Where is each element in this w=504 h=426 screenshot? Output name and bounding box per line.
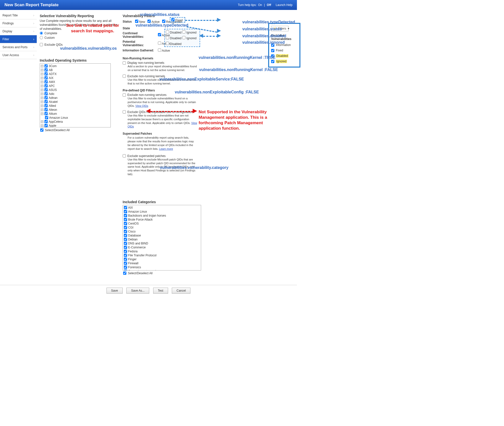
top-bar: New Scan Report Template Turn help tips:…	[0, 0, 297, 10]
expand-icon[interactable]: +	[41, 69, 43, 71]
category-item[interactable]: Fedora	[123, 249, 200, 253]
category-item[interactable]: File Transfer Protocol	[123, 253, 200, 257]
category-item[interactable]: CGI	[123, 226, 200, 230]
os-item[interactable]: + APC	[40, 84, 110, 88]
category-item[interactable]: CentOS	[123, 222, 200, 226]
sidenav-item-user-access[interactable]: User Access›	[0, 51, 37, 59]
category-item[interactable]: Cisco	[123, 230, 200, 233]
expand-icon[interactable]: +	[41, 89, 43, 91]
expand-icon[interactable]: +	[41, 65, 43, 67]
excluded-vulns-panel: ⚡ Filters ▾ Excluded Vulnerabilities Inf…	[268, 23, 300, 68]
test-button[interactable]: Test	[153, 288, 168, 294]
status-active[interactable]: Active	[147, 20, 159, 24]
panel-title: Excluded Vulnerabilities	[271, 34, 297, 41]
os-select-all[interactable]: Select/Deselect All	[40, 127, 119, 132]
os-item[interactable]: + Allied	[40, 104, 110, 108]
launch-help-link[interactable]: Launch Help	[276, 3, 292, 7]
expand-icon[interactable]: +	[41, 113, 43, 115]
sidenav-item-report-title[interactable]: Report Title›	[0, 11, 37, 19]
category-item[interactable]: AIX	[123, 206, 200, 210]
expand-icon[interactable]: +	[41, 105, 43, 107]
save-as-button[interactable]: Save As...	[126, 288, 149, 294]
os-item[interactable]: + ADTX	[40, 72, 110, 76]
status-new[interactable]: New	[135, 20, 145, 24]
status-reopened[interactable]: Re-Opened	[162, 20, 181, 24]
status-label: Status	[123, 20, 133, 23]
qid-services[interactable]: Exclude non-running services	[123, 93, 294, 97]
category-item[interactable]: Amazon Linux	[123, 210, 200, 214]
expand-icon[interactable]: +	[41, 81, 43, 83]
os-item[interactable]: + Alcatel	[40, 100, 110, 104]
selective-title: Selective Vulnerability Reporting	[40, 14, 119, 18]
category-item[interactable]: Brute Force Attack	[123, 218, 200, 222]
expand-icon[interactable]: +	[41, 93, 43, 95]
category-item[interactable]: Forensics	[123, 265, 200, 269]
help-tips-label: Turn help tips:	[238, 3, 257, 7]
page-title: New Scan Report Template	[4, 2, 59, 7]
help-tips-off[interactable]: Off	[267, 3, 271, 7]
os-item[interactable]: + ASUS	[40, 88, 110, 92]
expand-icon[interactable]: +	[41, 85, 43, 87]
os-item[interactable]: + AIX	[40, 76, 110, 80]
view-qids-1[interactable]: View QIDs	[135, 104, 148, 107]
os-item[interactable]: + AMX	[40, 80, 110, 84]
expand-icon[interactable]: +	[41, 120, 43, 123]
help-tips-on[interactable]: On	[258, 3, 262, 7]
os-item[interactable]: + Adic	[40, 92, 110, 96]
info-active[interactable]: Active	[158, 48, 170, 52]
os-item[interactable]: + AB	[40, 68, 110, 72]
expand-icon[interactable]: +	[41, 77, 43, 79]
panel-item-disabled[interactable]: Disabled	[271, 53, 297, 59]
os-item[interactable]: + Alteon	[40, 108, 110, 112]
os-item[interactable]: + Altium	[40, 112, 110, 116]
panel-item-fixed[interactable]: Fixed	[271, 48, 297, 53]
panel-item-information[interactable]: Information	[271, 42, 297, 48]
cancel-button[interactable]: Cancel	[172, 288, 190, 294]
category-item[interactable]: Firewall	[123, 261, 200, 265]
selective-desc: Use Complete reporting to show results f…	[40, 19, 119, 31]
exclude-qids-check[interactable]: Exclude QIDs	[40, 42, 119, 47]
save-button[interactable]: Save	[107, 288, 123, 294]
expand-icon[interactable]: +	[41, 101, 43, 103]
sidenav-item-filter[interactable]: Filter›	[0, 35, 37, 43]
sup-desc: For a custom vulnerability report using …	[128, 136, 197, 151]
state-label: State	[123, 27, 133, 30]
sidenav-item-findings[interactable]: Findings›	[0, 19, 37, 27]
qid-config[interactable]: Exclude QIDs not exploitable due to conf…	[123, 110, 294, 114]
category-item[interactable]: Backdoors and trojan horses	[123, 214, 200, 218]
categories-select-all[interactable]: Select/Deselect All	[123, 271, 294, 275]
category-item[interactable]: Finger	[123, 257, 200, 261]
category-item[interactable]: Debian	[123, 237, 200, 241]
nrk-exclude[interactable]: Exclude non-running kernels	[123, 75, 294, 78]
category-item[interactable]: Database	[123, 233, 200, 237]
radio-custom[interactable]: Custom	[40, 36, 119, 40]
category-item[interactable]: E-Commerce	[123, 245, 200, 249]
potential-active[interactable]: Active	[158, 41, 170, 45]
sidenav-item-display[interactable]: Display›	[0, 27, 37, 35]
expand-icon[interactable]: +	[41, 109, 43, 111]
os-listbox[interactable]: + 3Com+ AB+ ADTX+ AIX+ AMX+ APC+ ASUS+ A…	[40, 63, 111, 127]
expand-icon[interactable]: +	[41, 73, 43, 75]
categories-listbox[interactable]: AIX Amazon Linux Backdoors and trojan ho…	[123, 205, 201, 271]
sup-title: Superseded Patches	[123, 132, 294, 135]
sup-exclude[interactable]: Exclude superseded patches	[123, 154, 294, 158]
chevron-down-icon: ▾	[288, 27, 289, 30]
sup-exclude-desc: Use this filter to exclude Microsoft pat…	[128, 158, 197, 176]
filters-dropdown[interactable]: ⚡ Filters ▾	[271, 26, 288, 31]
os-item[interactable]: + Apple	[40, 124, 110, 127]
category-item[interactable]: DNS and BIND	[123, 241, 200, 245]
expand-icon[interactable]: +	[41, 97, 43, 99]
os-item[interactable]: + 3Com	[40, 64, 110, 68]
content: Selective Vulnerability Reporting Use Co…	[37, 10, 297, 277]
qid-services-desc: Use this filter to exclude vulnerabiliti…	[128, 97, 197, 108]
os-item[interactable]: + Adtran	[40, 96, 110, 100]
sidenav-item-services-and-ports[interactable]: Services and Ports›	[0, 43, 37, 51]
learn-more[interactable]: Learn more	[159, 147, 173, 150]
os-item[interactable]: + AppCelera	[40, 120, 110, 124]
expand-icon[interactable]: +	[41, 124, 43, 127]
radio-complete[interactable]: Complete	[40, 31, 119, 36]
os-item[interactable]: Amazon Linux	[40, 116, 110, 120]
categories-title: Included Categories	[123, 200, 294, 204]
confirmed-active[interactable]: Active	[158, 33, 170, 37]
panel-item-ignored[interactable]: Ignored	[271, 59, 297, 64]
